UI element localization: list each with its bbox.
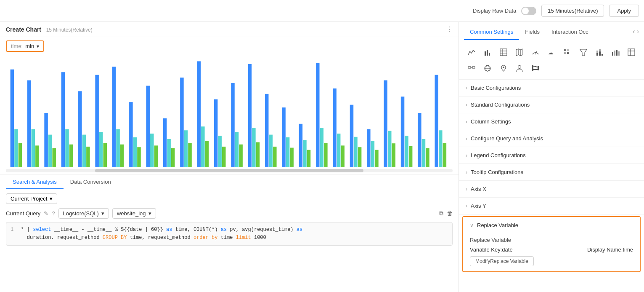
svg-rect-78 [485, 51, 486, 56]
chart-area: Create Chart 15 Minutes(Relative) ⋮ time… [0, 22, 459, 292]
svg-rect-7 [48, 135, 52, 167]
svg-rect-2 [19, 143, 22, 167]
svg-rect-18 [112, 67, 116, 167]
help-icon[interactable]: ? [52, 210, 55, 217]
user-icon[interactable] [512, 61, 527, 76]
top-bar: Display Raw Data 15 Minutes(Relative) Ap… [0, 0, 644, 22]
svg-rect-56 [324, 143, 327, 167]
right-panel: Common Settings Fields Interaction Occ ‹… [459, 22, 644, 292]
cloud-icon[interactable]: ☁ [544, 45, 559, 60]
chevron-icon: › [466, 85, 467, 91]
section-axisy: › Axis Y [459, 198, 644, 214]
svg-rect-59 [341, 145, 345, 167]
section-replace-variable-header[interactable]: ∨ Replace Variable [463, 217, 640, 233]
svg-rect-37 [218, 136, 221, 167]
svg-rect-12 [78, 91, 82, 167]
geographic-icon[interactable] [480, 61, 495, 76]
tab-interaction[interactable]: Interaction Occ [546, 24, 594, 40]
section-column-header[interactable]: › Column Settings [459, 113, 644, 130]
svg-rect-90 [564, 49, 566, 51]
section-tooltip-label: Tooltip Configurations [471, 169, 523, 175]
svg-rect-0 [11, 70, 14, 167]
sankey-icon[interactable] [528, 61, 543, 76]
chart-scrollbar[interactable] [6, 169, 453, 172]
gauge-icon[interactable] [528, 45, 543, 60]
section-legend: › Legend Configurations [459, 147, 644, 164]
chevron-icon: › [466, 186, 467, 192]
svg-rect-53 [307, 150, 310, 167]
section-standard-header[interactable]: › Standard Configurations [459, 96, 644, 113]
svg-rect-116 [538, 66, 539, 70]
table-select[interactable]: website_log ▾ [112, 208, 156, 219]
section-column-label: Column Settings [471, 118, 511, 125]
section-tooltip-header[interactable]: › Tooltip Configurations [459, 164, 644, 180]
code-text-1: * | [21, 227, 33, 233]
tab-search-analysis[interactable]: Search & Analysis [6, 174, 64, 189]
section-axisy-header[interactable]: › Axis Y [459, 198, 644, 214]
pivot-table-icon[interactable] [624, 45, 639, 60]
bar-chart-icon[interactable] [480, 45, 495, 60]
stacked-bar-icon[interactable] [592, 45, 607, 60]
location-pin-icon[interactable] [496, 61, 511, 76]
table-label: website_log [117, 210, 146, 217]
delete-icon[interactable]: 🗑 [447, 210, 453, 217]
project-selector[interactable]: Current Project ▾ [6, 193, 57, 204]
waterfall-icon[interactable] [608, 45, 623, 60]
code-keyword-order: order by [193, 235, 218, 241]
tab-fields[interactable]: Fields [519, 24, 546, 40]
variable-key: Variable Key:date [470, 246, 513, 253]
section-configure-header[interactable]: › Configure Query and Analysis [459, 130, 644, 147]
logstore-select[interactable]: Logstore(SQL) ▾ [58, 208, 109, 219]
more-options-icon[interactable]: ⋮ [446, 25, 453, 33]
svg-rect-46 [269, 135, 273, 167]
map-icon[interactable] [512, 45, 527, 60]
section-basic: › Basic Configurations [459, 80, 644, 96]
section-replace-variable: ∨ Replace Variable Replace Variable Vari… [462, 216, 641, 272]
tab-data-conversion[interactable]: Data Conversion [64, 174, 118, 189]
chevron-down-icon: ▾ [37, 43, 39, 49]
funnel-icon[interactable] [576, 45, 591, 60]
svg-rect-55 [320, 128, 323, 167]
chart-title-group: Create Chart 15 Minutes(Relative) [6, 26, 93, 33]
svg-rect-96 [596, 51, 598, 53]
apply-button[interactable]: Apply [609, 5, 639, 17]
svg-rect-6 [44, 113, 48, 167]
svg-rect-31 [184, 130, 188, 167]
code-text-2: __time__ - __time__ % ${{date | 60}} [54, 227, 166, 233]
section-axisx: › Axis X [459, 181, 644, 198]
chart-scrollbar-thumb[interactable] [95, 169, 363, 172]
section-axisx-header[interactable]: › Axis X [459, 181, 644, 197]
query-actions: ⧉ 🗑 [439, 210, 453, 217]
bar-chart [6, 59, 453, 167]
svg-rect-27 [163, 118, 167, 167]
edit-icon[interactable]: ✎ [44, 210, 48, 217]
section-replace-variable-label: Replace Variable [477, 222, 518, 228]
section-legend-header[interactable]: › Legend Configurations [459, 147, 644, 163]
svg-rect-34 [201, 126, 204, 167]
svg-rect-66 [384, 80, 387, 167]
section-standard-label: Standard Configurations [471, 102, 530, 108]
svg-rect-67 [388, 131, 391, 167]
time-selector[interactable]: time: min ▾ [6, 40, 44, 52]
section-basic-header[interactable]: › Basic Configurations [459, 80, 644, 96]
svg-rect-81 [500, 49, 507, 56]
section-basic-label: Basic Configurations [471, 85, 521, 91]
tab-common-settings[interactable]: Common Settings [464, 24, 519, 40]
time-range-button[interactable]: 15 Minutes(Relative) [541, 5, 604, 17]
line-chart-icon[interactable] [464, 45, 479, 60]
code-editor[interactable]: 1 * | select __time__ - __time__ % ${{da… [6, 222, 453, 246]
heatmap-icon[interactable] [560, 45, 575, 60]
table-icon[interactable] [496, 45, 511, 60]
svg-rect-72 [418, 113, 421, 167]
next-arrow-button[interactable]: › [637, 28, 639, 35]
copy-icon[interactable]: ⧉ [439, 210, 443, 217]
prev-arrow-button[interactable]: ‹ [633, 28, 635, 35]
svg-rect-92 [564, 52, 566, 54]
display-raw-toggle[interactable] [521, 7, 536, 15]
section-configure: › Configure Query and Analysis [459, 130, 644, 147]
modify-replace-variable-button[interactable]: ModifyReplace Variable [470, 256, 534, 266]
svg-rect-107 [468, 67, 471, 68]
flow-chart-icon[interactable] [464, 61, 479, 76]
svg-rect-39 [231, 83, 234, 167]
svg-rect-76 [439, 130, 442, 167]
